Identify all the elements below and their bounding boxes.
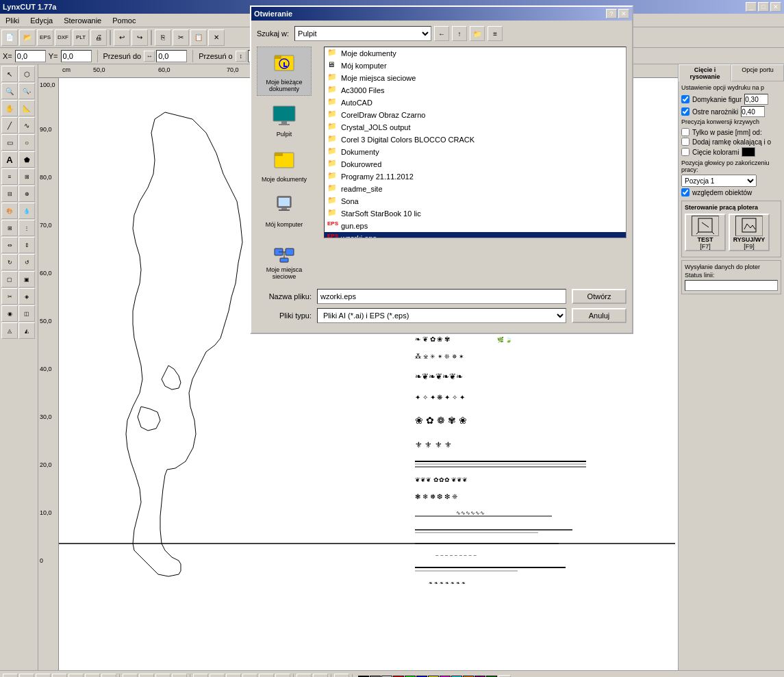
file-name-corel3: Corel 3 Digital Colors BLOCCO CRACK bbox=[341, 136, 475, 144]
svg-rect-35 bbox=[273, 106, 295, 121]
filetype-select[interactable]: Pliki AI (*.ai) i EPS (*.eps) bbox=[317, 308, 566, 323]
file-name-sona: Sona bbox=[341, 197, 359, 205]
location-select[interactable]: Pulpit bbox=[294, 26, 431, 41]
folder-icon-mydocs: 📁 bbox=[327, 48, 338, 59]
dialog-title-text: Otwieranie bbox=[254, 10, 292, 18]
file-item-coreldraw[interactable]: 📁 CorelDraw Obraz Czarno bbox=[325, 109, 626, 121]
eps-icon-gun: EPS bbox=[327, 220, 338, 231]
file-item-sona[interactable]: 📁 Sona bbox=[325, 195, 626, 207]
file-name-dokumenty: Dokumenty bbox=[341, 148, 379, 156]
open-action-btn[interactable]: Otwórz bbox=[572, 289, 627, 304]
svg-rect-41 bbox=[279, 198, 290, 206]
folder-icon-crystal: 📁 bbox=[327, 122, 338, 133]
dialog-body: Szukaj w: Pulpit ← ↑ 📁 ≡ bbox=[251, 21, 632, 333]
file-item-mycomputer[interactable]: 🖥 Mój komputer bbox=[325, 60, 626, 72]
file-name-mycomputer: Mój komputer bbox=[341, 62, 387, 70]
sidebar-network[interactable]: Moje miejsca sieciowe bbox=[257, 234, 312, 283]
desktop-icon bbox=[270, 102, 298, 129]
file-item-autocad[interactable]: 📁 AutoCAD bbox=[325, 97, 626, 109]
folder-icon-mycomputer: 🖥 bbox=[327, 60, 338, 71]
svg-rect-45 bbox=[286, 248, 294, 255]
svg-rect-33 bbox=[275, 55, 281, 59]
folder-icon-corel3: 📁 bbox=[327, 134, 338, 145]
szukaj-label: Szukaj w: bbox=[257, 29, 289, 38]
folder-icon-ac3000: 📁 bbox=[327, 85, 338, 96]
filetype-label: Pliki typu: bbox=[257, 311, 312, 320]
file-name-mydocs: Moje dokumenty bbox=[341, 49, 396, 58]
svg-rect-39 bbox=[275, 153, 283, 156]
file-item-corel3[interactable]: 📁 Corel 3 Digital Colors BLOCCO CRACK bbox=[325, 133, 626, 146]
computer-icon-svg bbox=[272, 194, 296, 218]
file-item-ac3000[interactable]: 📁 Ac3000 Files bbox=[325, 84, 626, 97]
sidebar-recent[interactable]: Moje bieżące dokumenty bbox=[257, 47, 312, 96]
file-item-crystal[interactable]: 📁 Crystal_JOLS output bbox=[325, 121, 626, 133]
svg-rect-37 bbox=[279, 124, 290, 125]
file-name-coreldraw: CorelDraw Obraz Czarno bbox=[341, 111, 425, 119]
file-item-readme[interactable]: 📁 readme_site bbox=[325, 183, 626, 195]
file-item-mydocs[interactable]: 📁 Moje dokumenty bbox=[325, 47, 626, 60]
svg-rect-42 bbox=[281, 207, 287, 209]
file-item-dokumenty[interactable]: 📁 Dokumenty bbox=[325, 146, 626, 158]
recent-icon bbox=[270, 50, 298, 77]
svg-rect-46 bbox=[280, 258, 288, 262]
file-name-starsoft: StarSoft StarBook 10 lic bbox=[341, 209, 421, 218]
sidebar-computer[interactable]: Mój komputer bbox=[257, 189, 312, 231]
file-item-wzorki[interactable]: EPS wzorki.eps bbox=[325, 232, 626, 238]
file-name-crystal: Crystal_JOLS output bbox=[341, 123, 411, 131]
file-item-programy[interactable]: 📁 Programy 21.11.2012 bbox=[325, 170, 626, 183]
file-name-ac3000: Ac3000 Files bbox=[341, 86, 385, 94]
folder-icon-dokurowred: 📁 bbox=[327, 159, 338, 170]
nav-view-btn[interactable]: ≡ bbox=[488, 26, 503, 41]
sidebar-desktop[interactable]: Pulpit bbox=[257, 99, 312, 141]
folder-icon-coreldraw: 📁 bbox=[327, 110, 338, 120]
file-sidebar: Moje bieżące dokumenty Pulpit bbox=[257, 47, 318, 283]
dialog-toolbar: Szukaj w: Pulpit ← ↑ 📁 ≡ bbox=[257, 26, 627, 41]
file-browser: Moje bieżące dokumenty Pulpit bbox=[257, 47, 627, 283]
file-list-area: 📁 Moje dokumenty 🖥 Mój komputer 📁 Moje m… bbox=[324, 47, 627, 283]
desktop-label: Pulpit bbox=[277, 131, 292, 138]
file-item-gun[interactable]: EPS gun.eps bbox=[325, 220, 626, 232]
eps-icon-wzorki: EPS bbox=[327, 233, 338, 238]
desktop-icon-svg bbox=[272, 103, 296, 128]
filename-row: Nazwa pliku: Otwórz bbox=[257, 289, 627, 304]
folder-icon-dokumenty: 📁 bbox=[327, 146, 338, 157]
computer-label: Mój komputer bbox=[266, 221, 303, 228]
folder-icon-sona: 📁 bbox=[327, 196, 338, 207]
svg-rect-43 bbox=[279, 209, 290, 211]
sidebar-docs[interactable]: Moje dokumenty bbox=[257, 144, 312, 186]
folder-icon-autocad: 📁 bbox=[327, 97, 338, 108]
folder-icon-readme: 📁 bbox=[327, 183, 338, 194]
filename-label: Nazwa pliku: bbox=[257, 292, 312, 301]
file-name-readme: readme_site bbox=[341, 185, 383, 193]
nav-back-btn[interactable]: ← bbox=[434, 26, 449, 41]
file-name-network: Moje miejsca sieciowe bbox=[341, 74, 416, 82]
file-list[interactable]: 📁 Moje dokumenty 🖥 Mój komputer 📁 Moje m… bbox=[324, 47, 627, 238]
computer-icon bbox=[270, 192, 298, 220]
filetype-row: Pliki typu: Pliki AI (*.ai) i EPS (*.eps… bbox=[257, 308, 627, 323]
file-item-dokurowred[interactable]: 📁 Dokurowred bbox=[325, 158, 626, 170]
recent-icon-svg bbox=[272, 51, 296, 76]
network-icon bbox=[270, 238, 298, 265]
folder-icon-network: 📁 bbox=[327, 73, 338, 84]
network-icon-svg bbox=[272, 239, 296, 264]
docs-icon bbox=[270, 147, 298, 175]
dialog-help-btn[interactable]: ? bbox=[606, 9, 617, 18]
file-name-wzorki: wzorki.eps bbox=[341, 234, 377, 238]
dialog-controls: ? ✕ bbox=[606, 9, 629, 18]
docs-label: Moje dokumenty bbox=[262, 176, 307, 183]
file-item-starsoft[interactable]: 📁 StarSoft StarBook 10 lic bbox=[325, 207, 626, 220]
filename-input[interactable] bbox=[317, 289, 566, 304]
open-dialog: Otwieranie ? ✕ Szukaj w: Pulpit ← ↑ 📁 ≡ bbox=[250, 5, 633, 334]
recent-label: Moje bieżące dokumenty bbox=[260, 79, 308, 92]
svg-rect-36 bbox=[281, 121, 287, 124]
cancel-action-btn[interactable]: Anuluj bbox=[572, 308, 627, 323]
file-name-gun: gun.eps bbox=[341, 222, 368, 230]
file-item-network[interactable]: 📁 Moje miejsca sieciowe bbox=[325, 72, 626, 84]
dialog-close-btn[interactable]: ✕ bbox=[618, 9, 629, 18]
nav-new-folder-btn[interactable]: 📁 bbox=[470, 26, 485, 41]
folder-icon-starsoft: 📁 bbox=[327, 208, 338, 219]
file-name-autocad: AutoCAD bbox=[341, 99, 372, 107]
file-name-programy: Programy 21.11.2012 bbox=[341, 173, 414, 181]
folder-icon-programy: 📁 bbox=[327, 171, 338, 182]
nav-up-btn[interactable]: ↑ bbox=[452, 26, 467, 41]
